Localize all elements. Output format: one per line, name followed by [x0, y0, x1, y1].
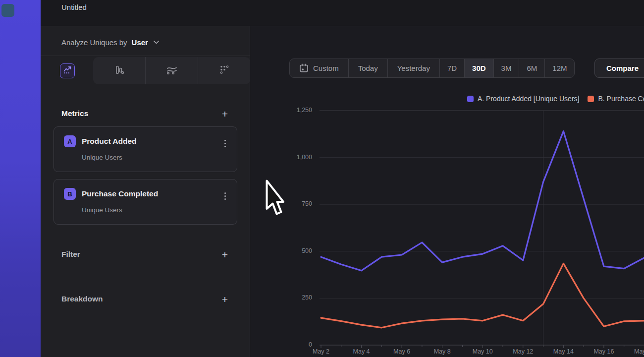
- metrics-list: AProduct AddedUnique UsersBPurchase Comp…: [54, 126, 237, 232]
- range-12m[interactable]: 12M: [544, 59, 574, 77]
- range-label: Yesterday: [397, 64, 430, 72]
- range-30d[interactable]: 30D: [464, 59, 493, 77]
- compare-button[interactable]: Compare: [594, 59, 644, 78]
- y-axis-tick-label: 250: [287, 294, 312, 301]
- x-axis-tick-label: May 6: [386, 348, 418, 355]
- range-yesterday[interactable]: Yesterday: [387, 59, 439, 77]
- y-axis-tick-label: 1,250: [287, 107, 312, 114]
- x-axis-tick-label: May 4: [346, 348, 377, 355]
- range-label: Custom: [313, 64, 339, 72]
- flows-icon: [166, 64, 178, 77]
- legend-item-a[interactable]: A. Product Added [Unique Users]: [467, 95, 579, 103]
- range-label: 3M: [501, 64, 512, 72]
- x-axis-tick-label: May 16: [588, 348, 620, 355]
- y-axis-tick-label: 750: [287, 200, 312, 207]
- line-chart-icon: [63, 65, 72, 76]
- tab-funnels[interactable]: [93, 57, 145, 84]
- metric-options-kebab-icon[interactable]: [221, 140, 229, 147]
- x-axis-tick-label: May 18: [628, 348, 644, 355]
- funnel-bars-icon: [114, 64, 125, 77]
- x-axis-tick-label: May 12: [507, 348, 539, 355]
- range-today[interactable]: Today: [348, 59, 387, 77]
- app-screen: Untitled Analyze Uniques by User: [0, 0, 644, 357]
- tab-retention[interactable]: [198, 57, 250, 84]
- tab-flows[interactable]: [145, 57, 198, 84]
- breakdown-label: Breakdown: [61, 295, 103, 303]
- metric-subtitle: Unique Users: [82, 206, 122, 214]
- retention-dots-icon: [219, 64, 230, 77]
- metric-card-a[interactable]: AProduct AddedUnique Users: [54, 126, 237, 172]
- date-range-toolbar: CustomTodayYesterday7D30D3M6M12M: [289, 59, 575, 78]
- x-axis-tick-label: May 14: [547, 348, 579, 355]
- metric-badge: B: [64, 188, 76, 200]
- chevron-down-icon[interactable]: [154, 41, 159, 44]
- report-type-tab-group: [93, 57, 250, 84]
- query-sidebar: Analyze Uniques by User: [41, 26, 250, 357]
- mouse-cursor: [266, 179, 285, 218]
- filter-section-header: Filter +: [61, 249, 230, 260]
- x-axis-tick-label: May 10: [467, 348, 498, 355]
- chart-legend: A. Product Added [Unique Users]B. Purcha…: [467, 95, 644, 103]
- top-bar: Untitled: [41, 0, 644, 26]
- legend-label: B. Purchase Completed [Unique Users]: [598, 95, 644, 103]
- filter-label: Filter: [61, 250, 80, 259]
- range-6m[interactable]: 6M: [519, 59, 544, 77]
- range-label: 30D: [472, 64, 486, 72]
- range-7d[interactable]: 7D: [439, 59, 464, 77]
- x-axis-tick-label: May 2: [305, 348, 337, 355]
- sidebar-divider: [41, 56, 250, 56]
- range-label: 6M: [527, 64, 537, 72]
- metrics-label: Metrics: [61, 109, 88, 118]
- range-label: 7D: [447, 64, 457, 72]
- metric-subtitle: Unique Users: [82, 154, 122, 161]
- legend-swatch: [467, 96, 474, 102]
- tab-insights[interactable]: [60, 63, 75, 78]
- analyze-by-label: Analyze Uniques by: [61, 38, 127, 47]
- report-title[interactable]: Untitled: [61, 3, 87, 11]
- metric-badge: A: [64, 135, 76, 147]
- x-axis-tick-label: May 8: [427, 348, 458, 355]
- desktop-gradient-strip: [0, 0, 41, 357]
- add-filter-button[interactable]: +: [219, 249, 230, 260]
- legend-item-b[interactable]: B. Purchase Completed [Unique Users]: [588, 95, 644, 103]
- range-custom[interactable]: Custom: [290, 59, 348, 77]
- range-3m[interactable]: 3M: [493, 59, 519, 77]
- metric-title: Purchase Completed: [82, 189, 158, 198]
- y-axis-tick-label: 1,000: [287, 154, 312, 161]
- calendar-icon: [299, 63, 309, 73]
- desktop-corner-accent: [1, 4, 14, 17]
- metric-card-b[interactable]: BPurchase CompletedUnique Users: [54, 179, 237, 225]
- legend-label: A. Product Added [Unique Users]: [478, 95, 579, 103]
- add-metric-button[interactable]: +: [219, 108, 230, 119]
- y-axis-tick-label: 500: [287, 247, 312, 254]
- metric-title: Product Added: [82, 137, 137, 146]
- y-axis-tick-label: 0: [287, 341, 312, 348]
- metrics-section-header: Metrics +: [61, 108, 230, 119]
- breakdown-section-header: Breakdown +: [61, 294, 230, 304]
- add-breakdown-button[interactable]: +: [219, 294, 230, 304]
- range-label: 12M: [552, 64, 567, 72]
- range-label: Today: [358, 64, 378, 72]
- legend-swatch: [588, 96, 594, 102]
- metric-options-kebab-icon[interactable]: [221, 192, 229, 200]
- analyze-by-row: Analyze Uniques by User: [61, 36, 159, 49]
- analyze-by-dropdown[interactable]: User: [132, 38, 148, 47]
- report-type-tabs: [41, 57, 250, 84]
